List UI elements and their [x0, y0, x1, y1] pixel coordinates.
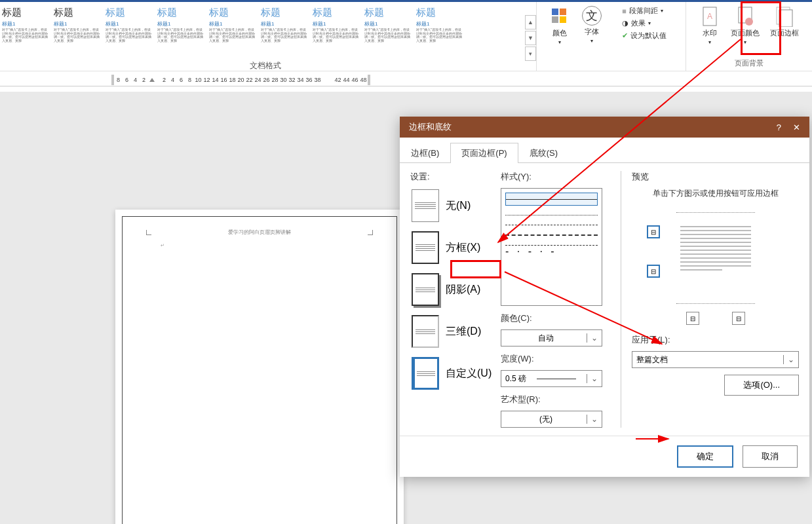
fonts-label: 字体 — [585, 27, 599, 37]
style-item[interactable]: 标题标题1对于"插入"选项卡上的库，在设计时与文档中其他文本的外观协调一致。您可… — [414, 5, 465, 56]
width-value: 0.5 磅 — [505, 373, 526, 384]
style-list[interactable]: - · - · - — [501, 188, 602, 306]
dialog-footer: 确定 取消 — [400, 436, 809, 477]
settings-column: 设置: 无(N) 方框(X) 阴影(A) 三维(D) 自定义(U) — [410, 171, 495, 428]
art-dropdown[interactable]: (无) ⌄ — [501, 411, 602, 428]
art-value: (无) — [539, 414, 552, 425]
apply-label: 应用于(L): — [632, 334, 799, 346]
width-dropdown[interactable]: 0.5 磅 ⌄ — [501, 370, 602, 387]
group-spacing-effects: ≡ 段落间距 ▾ ◑ 效果 ▾ ✔ 设为默认值 — [614, 2, 686, 71]
chevron-down-icon: ⌄ — [587, 374, 598, 383]
preview-column: 预览 单击下方图示或使用按钮可应用边框 ⊟ ⊟ ⊟ ⊟ 应用于(L): 整篇文档… — [621, 171, 799, 428]
colors-button[interactable]: 颜色 ▾ — [545, 5, 574, 47]
fonts-icon: 文 — [582, 6, 602, 26]
edge-left-button[interactable]: ⊟ — [686, 312, 699, 325]
gallery-down-button[interactable]: ▼ — [525, 31, 537, 45]
ok-button[interactable]: 确定 — [677, 445, 733, 468]
style-item[interactable]: 标题标题1对于"插入"选项卡上的库，在设计时与文档中其他文本的外观协调一致。您可… — [259, 5, 310, 56]
setting-shadow[interactable]: 阴影(A) — [410, 272, 495, 307]
style-item[interactable]: 标题标题1对于"插入"选项卡上的库，在设计时与文档中其他文本的外观协调一致。您可… — [362, 5, 414, 56]
color-value: 自动 — [538, 333, 554, 344]
dialog-tabs: 边框(B) 页面边框(P) 底纹(S) — [400, 138, 809, 163]
apply-value: 整篇文档 — [636, 354, 668, 365]
effects-label: 效果 — [631, 18, 646, 28]
help-button[interactable]: ? — [777, 122, 781, 132]
setting-none-label: 无(N) — [446, 199, 471, 213]
preview-hint: 单击下方图示或使用按钮可应用边框 — [632, 188, 799, 199]
setting-box-label: 方框(X) — [446, 241, 480, 255]
edge-right-button[interactable]: ⊟ — [732, 312, 745, 325]
colors-label: 颜色 — [552, 28, 567, 38]
check-icon: ✔ — [622, 31, 628, 40]
corner-mark — [146, 230, 151, 235]
tab-shading[interactable]: 底纹(S) — [518, 143, 569, 163]
watermark-label: 水印 — [703, 28, 717, 38]
corner-mark — [368, 230, 373, 235]
para-spacing-button[interactable]: ≡ 段落间距 ▾ — [619, 5, 665, 17]
style-item[interactable]: 标题标题1对于"插入"选项卡上的库，在设计时与文档中其他文本的外观协调一致。您可… — [311, 5, 362, 56]
svg-rect-2 — [552, 16, 558, 23]
options-button[interactable]: 选项(O)... — [724, 375, 799, 396]
page-color-button[interactable]: 页面颜色 ▾ — [727, 5, 764, 47]
style-item[interactable]: 标题标题1对于"插入"选项卡上的库，在设计时与文档中其他文本的外观协调一致。您可… — [155, 5, 206, 56]
fonts-button[interactable]: 文 字体 ▾ — [578, 5, 606, 47]
preview-doc[interactable] — [676, 212, 755, 304]
style-item[interactable]: 标题标题1对于"插入"选项卡上的库，在设计时与文档中其他文本的外观协调一致。您可… — [207, 5, 258, 56]
setting-none[interactable]: 无(N) — [410, 188, 495, 223]
ruler[interactable]: 8642246810121416182022242628303234363842… — [0, 73, 812, 86]
edge-top-button[interactable]: ⊟ — [647, 225, 660, 238]
chevron-down-icon: ⌄ — [587, 415, 598, 424]
svg-point-7 — [745, 18, 753, 26]
width-line-preview — [537, 379, 576, 379]
page[interactable]: 爱学习的阿白页眉页脚讲解 ↵ — [115, 210, 404, 524]
page-header-text: 爱学习的阿白页眉页脚讲解 — [123, 229, 396, 236]
edge-bottom-button[interactable]: ⊟ — [647, 265, 660, 278]
colors-icon — [549, 6, 570, 27]
svg-rect-9 — [779, 10, 792, 27]
style-item[interactable]: 标题标题1对于"插入"选项卡上的库，在设计时与文档中其他文本的外观协调一致。您可… — [52, 5, 103, 56]
gallery-up-button[interactable]: ▲ — [525, 15, 537, 29]
page-border-button[interactable]: 页面边框 — [766, 5, 803, 47]
style-column: 样式(Y): - · - · - 颜色(C): 自动 ⌄ 宽度(W): 0.5 … — [501, 171, 615, 428]
chevron-down-icon: ⌄ — [783, 355, 794, 364]
setting-custom[interactable]: 自定义(U) — [410, 356, 495, 391]
effects-button[interactable]: ◑ 效果 ▾ — [619, 17, 653, 29]
art-label: 艺术型(R): — [501, 394, 615, 405]
color-dropdown[interactable]: 自动 ⌄ — [501, 329, 602, 346]
page-bg-group-label: 页面背景 — [686, 58, 812, 68]
effects-icon: ◑ — [622, 19, 628, 28]
preview-page: ⊟ ⊟ ⊟ ⊟ — [647, 212, 784, 325]
svg-rect-1 — [560, 9, 566, 15]
preview-label: 预览 — [632, 171, 799, 183]
tab-page-border[interactable]: 页面边框(P) — [450, 143, 518, 163]
cancel-button[interactable]: 取消 — [743, 445, 798, 468]
border-shading-dialog: 边框和底纹 ? ✕ 边框(B) 页面边框(P) 底纹(S) 设置: 无(N) 方… — [400, 117, 809, 477]
setting-box[interactable]: 方框(X) — [410, 230, 495, 265]
cursor-mark: ↵ — [161, 243, 164, 248]
svg-rect-0 — [552, 9, 558, 15]
setting-custom-label: 自定义(U) — [446, 367, 492, 381]
close-button[interactable]: ✕ — [793, 122, 800, 132]
group-colors-fonts: 颜色 ▾ 文 字体 ▾ — [536, 2, 614, 71]
watermark-button[interactable]: A 水印 ▾ — [695, 5, 724, 47]
setting-shadow-label: 阴影(A) — [446, 283, 480, 297]
setting-3d[interactable]: 三维(D) — [410, 314, 495, 349]
apply-dropdown[interactable]: 整篇文档 ⌄ — [632, 351, 799, 368]
style-item[interactable]: 标题标题1对于"插入"选项卡上的库，在设计时与文档中其他文本的外观协调一致。您可… — [104, 5, 155, 56]
dialog-title: 边框和底纹 — [409, 121, 452, 133]
spacing-icon: ≡ — [622, 7, 626, 15]
set-default-button[interactable]: ✔ 设为默认值 — [619, 29, 669, 42]
group-page-background: A 水印 ▾ 页面颜色 ▾ 页面边框 页面背景 — [686, 2, 812, 71]
setting-3d-label: 三维(D) — [446, 325, 481, 339]
settings-label: 设置: — [410, 171, 495, 183]
page-color-icon — [735, 6, 756, 27]
tab-border[interactable]: 边框(B) — [400, 143, 450, 163]
style-item[interactable]: 标题标题1对于"插入"选项卡上的库，在设计时与文档中其他文本的外观协调一致。您可… — [0, 5, 51, 56]
dialog-titlebar[interactable]: 边框和底纹 ? ✕ — [400, 117, 809, 138]
width-label: 宽度(W): — [501, 353, 615, 365]
doc-format-group-label: 文档格式 — [0, 58, 531, 75]
watermark-icon: A — [699, 6, 720, 27]
color-label: 颜色(C): — [501, 312, 615, 324]
style-label: 样式(Y): — [501, 171, 615, 183]
chevron-down-icon: ⌄ — [587, 333, 598, 343]
